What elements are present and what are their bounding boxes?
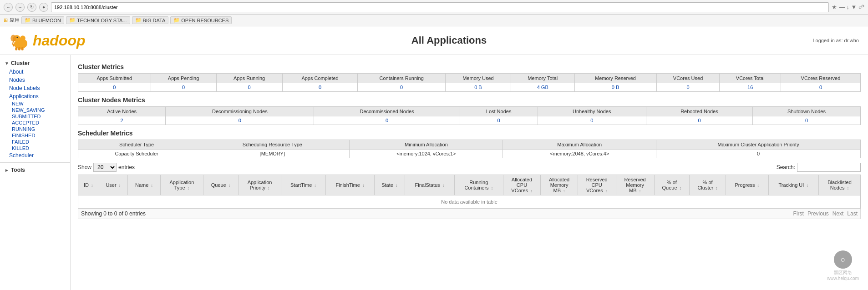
main-content: Cluster Metrics Apps SubmittedApps Pendi… [71,55,868,290]
cluster-nodes-link[interactable]: 0 [239,118,241,123]
col-reserved-cpu[interactable]: ReservedCPUVCores ↕ [578,175,616,195]
col-running-containers[interactable]: RunningContainers ↕ [454,175,503,195]
browser-chrome: ← → ↻ ● ★ ⸻ ↓ ▼ ☍ [0,0,868,15]
tech-bookmark[interactable]: 📁 TECHNOLOGY STA... [66,16,130,24]
cluster-nodes-link[interactable]: 0 [805,118,808,123]
cluster-metrics-header: Memory Reserved [574,74,656,83]
col-alloc-mem[interactable]: AllocatedMemoryMB ↕ [541,175,578,195]
col-state[interactable]: State ↕ [374,175,405,195]
sidebar-item-scheduler[interactable]: Scheduler [0,151,70,160]
cluster-metrics-header: Apps Pending [151,74,216,83]
cluster-nodes-value: 2 [78,116,166,125]
cluster-nodes-value: 0 [538,116,646,125]
col-progress[interactable]: Progress ↕ [726,175,768,195]
cluster-nodes-table: Active NodesDecommissioning NodesDecommi… [78,106,861,125]
sidebar-item-running[interactable]: RUNNING [2,126,70,132]
forward-button[interactable]: → [15,3,25,12]
cluster-metrics-header: Apps Running [216,74,282,83]
apps-bookmark[interactable]: 应用 [10,17,20,24]
cluster-metrics-header: Memory Used [445,74,511,83]
watermark-site: 黑区网络 [827,270,859,276]
url-bar[interactable] [51,2,829,12]
sidebar-item-submitted[interactable]: SUBMITTED [2,113,70,120]
pagination-first[interactable]: First [793,210,804,217]
cluster-metrics-header: Memory Total [511,74,574,83]
hadoop-text: hadoop [33,32,86,49]
cluster-nodes-header: Decommissioned Nodes [314,107,460,116]
col-start-time[interactable]: StartTime ↕ [281,175,325,195]
cluster-metrics-value: 0 [781,83,860,92]
cluster-metrics-value: 4 GB [511,83,574,92]
scheduler-header: Scheduler Type [78,140,195,150]
sidebar-cluster-header[interactable]: ▼ Cluster [0,59,70,68]
sidebar-item-finished[interactable]: FINISHED [2,132,70,139]
col-pct-queue[interactable]: % ofQueue ↕ [654,175,689,195]
cluster-metrics-table: Apps SubmittedApps PendingApps RunningAp… [78,73,861,92]
col-finish-time[interactable]: FinishTime ↕ [325,175,374,195]
scheduler-value: Capacity Scheduler [78,150,195,158]
col-pct-cluster[interactable]: % ofCluster ↕ [690,175,726,195]
scheduler-metrics-title: Scheduler Metrics [78,130,861,137]
sidebar-item-nodes[interactable]: Nodes [0,76,70,84]
table-controls: Show 20 10 50 100 entries Search: [78,163,861,172]
pagination-next[interactable]: Next [832,210,844,217]
sidebar-item-applications[interactable]: Applications [0,92,70,100]
col-name[interactable]: Name ↕ [127,175,160,195]
col-user[interactable]: User ↕ [99,175,127,195]
sidebar-item-killed[interactable]: KILLED [2,145,70,151]
folder-icon: 📁 [25,17,31,23]
svg-rect-7 [21,47,24,50]
cluster-nodes-value: 0 [314,116,460,125]
sidebar-item-new[interactable]: NEW [2,100,70,107]
sidebar-item-accepted[interactable]: ACCEPTED [2,120,70,126]
showing-entries: Showing 0 to 0 of 0 entries [81,210,146,217]
back-button[interactable]: ← [4,3,13,12]
search-input[interactable] [797,163,861,172]
sidebar-item-failed[interactable]: FAILED [2,139,70,145]
svg-point-4 [17,37,18,38]
cluster-metrics-header: Containers Running [358,74,446,83]
sidebar-item-node-labels[interactable]: Node Labels [0,84,70,92]
scheduler-table: Scheduler TypeScheduling Resource TypeMi… [78,140,861,158]
cluster-metrics-header: Apps Completed [282,74,358,83]
cluster-nodes-link[interactable]: 0 [590,118,593,123]
cluster-nodes-link[interactable]: 2 [121,118,123,123]
entries-select[interactable]: 20 10 50 100 [93,163,117,172]
col-final-status[interactable]: FinalStatus ↕ [405,175,454,195]
watermark-logo: ○ [834,250,852,269]
sidebar-item-new-saving[interactable]: NEW_SAVING [2,107,70,113]
openres-bookmark[interactable]: 📁 OPEN RESOURCES [170,16,232,24]
cluster-nodes-header: Unhealthy Nodes [538,107,646,116]
bluemoon-bookmark[interactable]: 📁 BLUEMOON [21,16,64,24]
col-app-priority[interactable]: ApplicationPriority ↕ [239,175,281,195]
col-reserved-mem[interactable]: ReservedMemoryMB ↕ [616,175,654,195]
cluster-nodes-link[interactable]: 0 [386,118,388,123]
sidebar-tools-header[interactable]: ► Tools [0,165,70,175]
cluster-metrics-header: VCores Total [720,74,781,83]
watermark-url: www.heiqu.com [827,276,859,281]
cluster-metrics-value: 0 [151,83,216,92]
sidebar-item-about[interactable]: About [0,68,70,76]
col-queue[interactable]: Queue ↕ [203,175,238,195]
col-blacklisted[interactable]: BlacklistedNodes ↕ [818,175,860,195]
home-button[interactable]: ● [39,3,48,12]
pagination-last[interactable]: Last [847,210,858,217]
search-control: Search: [777,163,861,172]
page-title: All Applications [86,35,813,46]
col-id[interactable]: ID ↕ [78,175,99,195]
svg-point-2 [20,35,25,41]
reload-button[interactable]: ↻ [27,3,36,12]
col-alloc-cpu[interactable]: AllocatedCPUVCores ↕ [503,175,541,195]
pagination-previous[interactable]: Previous [807,210,829,217]
cluster-nodes-link[interactable]: 0 [497,118,500,123]
cluster-nodes-link[interactable]: 0 [698,118,700,123]
svg-rect-6 [18,47,20,50]
cluster-label: Cluster [11,60,30,66]
cluster-metrics-header: VCores Used [656,74,720,83]
apps-icon: ⊞ [4,17,8,23]
cluster-nodes-value: 0 [166,116,314,125]
col-tracking-ui[interactable]: Tracking UI ↕ [768,175,818,195]
col-app-type[interactable]: ApplicationType ↕ [161,175,203,195]
cluster-nodes-value: 0 [753,116,861,125]
bigdata-bookmark[interactable]: 📁 BIG DATA [132,16,169,24]
